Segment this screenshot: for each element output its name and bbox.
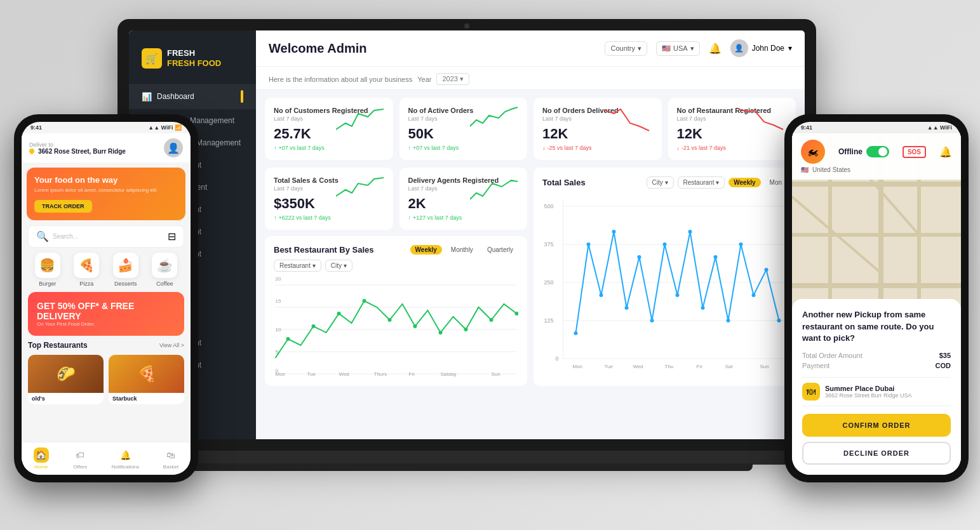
- toggle-switch[interactable]: [866, 146, 889, 157]
- flag-icon-right: 🇺🇸: [801, 166, 809, 173]
- status-bar-left: 9:41 ▲▲ WiFi 📶: [22, 122, 191, 133]
- svg-text:375: 375: [544, 241, 554, 248]
- sos-badge[interactable]: SOS: [903, 146, 926, 158]
- bell-icon[interactable]: 🔔: [709, 43, 722, 54]
- svg-point-5: [286, 337, 290, 341]
- svg-point-43: [638, 255, 641, 259]
- svg-text:250: 250: [544, 279, 554, 286]
- restaurant-card-1[interactable]: 🌮 old's: [28, 355, 104, 404]
- svg-text:Fri: Fri: [409, 371, 415, 377]
- driver-status-row: 🏍 Offline SOS 🔔: [801, 140, 952, 164]
- user-chevron-icon: ▾: [788, 44, 792, 53]
- driver-avatar: 🏍: [801, 140, 825, 164]
- nav-basket[interactable]: 🛍 Basket: [163, 447, 178, 470]
- svg-point-44: [650, 319, 654, 322]
- filter-quarterly[interactable]: Quarterly: [482, 245, 518, 255]
- search-input[interactable]: Search...: [53, 233, 164, 240]
- category-pizza[interactable]: 🍕 Pizza: [74, 253, 99, 287]
- top-restaurants: Top Restaurants View All > 🌮 old's 🍕 Sta…: [22, 341, 191, 404]
- signal-icons: ▲▲ WiFi 📶: [148, 124, 182, 131]
- burger-icon: 🍔: [35, 253, 60, 278]
- page-header: Here is the information about all your b…: [256, 67, 805, 89]
- category-coffee[interactable]: ☕ Coffee: [152, 253, 177, 287]
- country-selector[interactable]: Country ▾: [605, 41, 647, 56]
- svg-text:Thu: Thu: [665, 364, 674, 369]
- svg-point-10: [413, 324, 417, 328]
- svg-point-12: [464, 328, 468, 331]
- offline-toggle: Offline: [838, 146, 889, 157]
- year-selector[interactable]: 2023 ▾: [436, 73, 469, 85]
- svg-point-40: [600, 293, 603, 297]
- svg-point-53: [765, 268, 769, 272]
- laptop-camera: [464, 23, 469, 29]
- user-avatar: 👤: [730, 39, 748, 57]
- offer-note: On Your First Food Order.: [37, 321, 175, 327]
- decline-order-button[interactable]: DECLINE ORDER: [802, 442, 951, 465]
- time-right: 9:41: [801, 124, 812, 131]
- user-menu[interactable]: 👤 John Doe ▾: [730, 39, 792, 57]
- customers-mini-chart: [336, 104, 387, 136]
- section-header: Top Restaurants View All >: [28, 341, 184, 350]
- view-all-link[interactable]: View All >: [159, 342, 184, 348]
- svg-point-13: [490, 318, 493, 322]
- svg-text:Thurs: Thurs: [374, 371, 387, 377]
- filter-mon-sales[interactable]: Mon: [765, 178, 787, 187]
- restaurant-dropdown[interactable]: Restaurant ▾: [274, 260, 321, 272]
- track-order-button[interactable]: TRACK ORDER: [34, 200, 92, 213]
- bell-icon-right[interactable]: 🔔: [939, 146, 952, 158]
- mid-stat-cards: Total Sales & Costs Last 7 days $350K ↑ …: [265, 168, 527, 230]
- sidebar-item-label: Dashboard: [157, 92, 194, 101]
- city-dropdown-sales[interactable]: City ▾: [647, 176, 674, 189]
- chart-filters: Weekly Monthly Quarterly: [410, 245, 518, 255]
- page-title: Welcome Admin: [269, 41, 366, 56]
- payment-value: COD: [936, 362, 951, 369]
- location-pin-icon: [28, 147, 35, 154]
- confirm-order-button[interactable]: CONFIRM ORDER: [802, 414, 951, 437]
- restaurant-card-2[interactable]: 🍕 Starbuck: [109, 355, 184, 404]
- filter-weekly[interactable]: Weekly: [410, 245, 442, 255]
- order-popup: Another new Pickup from same restaurant …: [792, 299, 961, 475]
- agents-mini-chart: [470, 174, 521, 206]
- country-label: Country: [610, 44, 635, 52]
- promo-title: Your food on the way: [34, 175, 178, 185]
- svg-point-46: [676, 293, 680, 297]
- category-desserts[interactable]: 🍰 Desserts: [113, 253, 138, 287]
- nav-home[interactable]: 🏠 Home: [34, 447, 49, 470]
- filter-monthly[interactable]: Monthly: [446, 245, 478, 255]
- svg-text:5: 5: [276, 349, 279, 355]
- active-orders-mini-chart: [470, 104, 521, 136]
- nav-notifications[interactable]: 🔔 Notifications: [112, 447, 140, 470]
- category-burger[interactable]: 🍔 Burger: [35, 253, 60, 287]
- section-title: Top Restaurants: [28, 341, 88, 350]
- chevron-down-icon: ▾: [690, 44, 694, 53]
- offer-banner: GET 50% OFF* & FREE DELIVERY On Your Fir…: [28, 292, 184, 336]
- desserts-label: Desserts: [114, 281, 137, 287]
- filter-weekly-sales[interactable]: Weekly: [728, 178, 760, 187]
- sidebar-item-dashboard[interactable]: 📊 Dashboard: [129, 84, 256, 109]
- phone-left-screen: 9:41 ▲▲ WiFi 📶 Deliver to 3662 Rose Stre…: [22, 122, 191, 475]
- pizza-icon: 🍕: [74, 253, 99, 278]
- laptop-foot: [181, 463, 753, 471]
- up-arrow-icon: ↑: [408, 215, 412, 221]
- dashboard-body: No of Customers Registered Last 7 days 2…: [256, 89, 805, 439]
- svg-text:Tue: Tue: [605, 364, 614, 369]
- svg-point-9: [388, 318, 392, 322]
- svg-point-41: [612, 230, 616, 234]
- phone-header: Deliver to 3662 Rose Street, Burr Ridge …: [22, 133, 191, 162]
- svg-text:Sun: Sun: [492, 371, 500, 377]
- svg-text:0: 0: [276, 368, 279, 374]
- restaurant-detail: Summer Place Dubai 3662 Rose Street Burr…: [825, 385, 912, 399]
- main-content: Welcome Admin Country ▾ 🇺🇸 USA ▾: [256, 30, 805, 439]
- svg-text:Satday: Satday: [441, 371, 457, 377]
- filter-icon[interactable]: ⊟: [168, 230, 176, 242]
- usa-selector[interactable]: 🇺🇸 USA ▾: [656, 41, 700, 56]
- coffee-icon: ☕: [152, 253, 177, 278]
- categories: 🍔 Burger 🍕 Pizza 🍰 Desserts ☕ Coffee: [22, 253, 191, 292]
- deliver-to-label: Deliver to: [29, 142, 126, 148]
- svg-point-50: [727, 319, 730, 322]
- city-dropdown[interactable]: City ▾: [325, 260, 352, 272]
- restaurant-dropdown-sales[interactable]: Restaurant ▾: [678, 176, 725, 189]
- delivered-mini-chart: [605, 104, 655, 136]
- nav-offers[interactable]: 🏷 Offers: [72, 447, 88, 470]
- restaurant-logo: 🍽: [802, 383, 820, 401]
